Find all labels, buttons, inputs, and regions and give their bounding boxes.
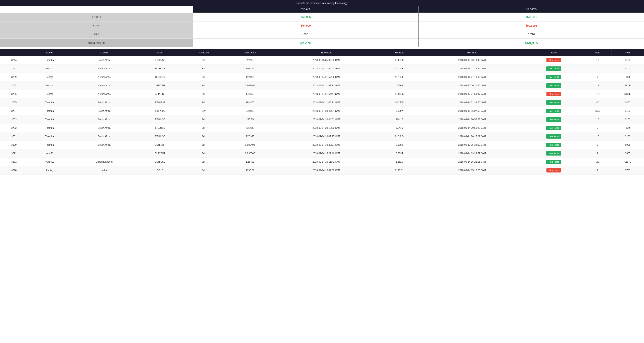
cell-strike-date: 2018-09-14 21:57:32 GMT (275, 82, 378, 90)
cell-id: 3702 (0, 124, 28, 132)
cell-name: Themba (28, 141, 71, 149)
cell-exit-time: 2018-09-15 06:19:43 GMT (421, 56, 524, 64)
cell-strike-rate: 130.256 (225, 64, 275, 73)
cell-strike-date: 2018-09-14 21:00:11 GMT (275, 98, 378, 107)
cell-direction: Sell↓ (183, 124, 225, 132)
cell-exit-rate: 214.15 (378, 115, 421, 124)
cell-asset: EUR/GBP (137, 141, 183, 149)
cell-asset: USD/CHF (137, 82, 183, 90)
cell-id: 3714 (0, 56, 28, 64)
cell-sltp: Take Profit (524, 141, 584, 149)
take-profit-button[interactable]: Take Profit (546, 117, 561, 122)
take-profit-button[interactable]: Take Profit (546, 109, 561, 113)
cell-pips: 16 (584, 115, 612, 124)
cell-exit-time: 2018-09-14 20:56:23 GMT (421, 115, 524, 124)
cell-asset: LTC/USD (137, 124, 183, 132)
table-row: 3708GeorgeNetherlandsUSD/CHFSell↓0.96739… (0, 82, 644, 90)
cell-exit-time: 2018-09-16 21:10:00 GMT (421, 73, 524, 82)
loss-label: LOSS (0, 21, 193, 30)
cell-strike-date: 2018-09-14 19:20:27 GMT (275, 141, 378, 149)
take-profit-button[interactable]: Take Profit (546, 84, 561, 88)
take-profit-button[interactable]: Take Profit (546, 160, 561, 164)
cell-pips: 13 (584, 90, 612, 98)
cell-direction: Sell↓ (183, 115, 225, 124)
col-header-direction: Direction (183, 49, 225, 56)
cell-sltp: Take Profit (524, 82, 584, 90)
table-row: 3709GeorgeNetherlandsUSD/JPYSell↓112.066… (0, 73, 644, 82)
cell-id: 3699 (0, 141, 28, 149)
cell-strike-rate: 0.889405 (225, 141, 275, 149)
cell-profit: $905 (612, 149, 644, 158)
cell-strike-date: 2018-09-14 15:21:46 GMT (275, 149, 378, 158)
col-header-country: Country (71, 49, 137, 56)
cell-name: Themba (28, 98, 71, 107)
cell-country: South Africa (71, 98, 137, 107)
cell-country: South Africa (71, 124, 137, 132)
cell-profit: $100 (612, 64, 644, 73)
cell-strike-rate: 215.75 (225, 115, 275, 124)
take-profit-button[interactable]: Take Profit (546, 134, 561, 138)
cell-direction: Sell↓ (183, 158, 225, 166)
cell-asset: GBP/USD (137, 90, 183, 98)
cell-asset: ETH/LTC (137, 107, 183, 115)
cell-sltp: Take Profit (524, 73, 584, 82)
take-profit-button[interactable]: Take Profit (546, 143, 561, 147)
cell-id: 3701 (0, 132, 28, 141)
cell-pips: 9 (584, 141, 612, 149)
cell-name: Themba (28, 56, 71, 64)
cell-sltp: Take Profit (524, 115, 584, 124)
cell-id: 3711 (0, 64, 28, 73)
col-header-name: Name (28, 49, 71, 56)
period-header-7days: 7 DAYS (193, 6, 418, 12)
cell-profit: $400 (612, 98, 644, 107)
cell-id: 3706 (0, 90, 28, 98)
stop-loss-button[interactable]: Stop Loss (546, 58, 561, 62)
trades-table: ID Name Country Asset Direction Strike R… (0, 49, 644, 175)
cell-exit-rate: 0.8885 (378, 141, 421, 149)
cell-strike-date: 2018-09-14 20:44:01 GMT (275, 115, 378, 124)
cell-strike-date: 2018-09-14 20:47:51 GMT (275, 107, 378, 115)
col-header-id: ID (0, 49, 28, 56)
cell-country (71, 149, 137, 158)
cell-exit-rate: 1.30823 (378, 90, 421, 98)
cell-exit-rate: 1.1629 (378, 158, 421, 166)
cell-country: Netherlands (71, 82, 137, 90)
table-row: 3714ThembaSouth AfricaETH/USDSell↓212.95… (0, 56, 644, 64)
take-profit-button[interactable]: Take Profit (546, 126, 561, 130)
cell-id: 3690 (0, 166, 28, 175)
take-profit-button[interactable]: Take Profit (546, 66, 561, 71)
cell-strike-rate: 0.890305 (225, 149, 275, 158)
stop-loss-button[interactable]: Stop Loss (546, 92, 561, 96)
cell-sltp: Take Profit (524, 132, 584, 141)
cell-direction: Sell↓ (183, 149, 225, 158)
cell-sltp: Take Profit (524, 107, 584, 115)
take-profit-button[interactable]: Take Profit (546, 151, 561, 156)
cell-direction: Sell↓ (183, 64, 225, 73)
cell-exit-rate: 57.415 (378, 124, 421, 132)
cell-strike-rate: 112.066 (225, 73, 275, 82)
cell-direction: Buy↑ (183, 107, 225, 115)
stop-loss-button[interactable]: Stop Loss (546, 168, 561, 172)
cell-asset: USD/JPY (137, 73, 183, 82)
cell-id: 3692 (0, 149, 28, 158)
cell-asset: EUR/USD (137, 158, 183, 166)
cell-sltp: Stop Loss (524, 56, 584, 64)
cell-direction: Sell↓ (183, 82, 225, 90)
period-header-row: 7 DAYS 30 DAYS (0, 6, 644, 12)
cell-id: 3703 (0, 115, 28, 124)
table-row: 3690PankajIndiaGOLDSell↓1195.612018-09-1… (0, 166, 644, 175)
take-profit-button[interactable]: Take Profit (546, 100, 561, 105)
cell-direction: Sell↓ (183, 90, 225, 98)
period-label-empty (0, 6, 193, 12)
cell-direction: Sell↓ (183, 98, 225, 107)
cell-exit-rate: 180.805 (378, 98, 421, 107)
cell-exit-time: 2018-09-14 15:22:16 GMT (421, 158, 524, 166)
col-header-strike-date: Strike Date (275, 49, 378, 56)
cell-id: 3709 (0, 73, 28, 82)
cell-pips: 3 (584, 124, 612, 132)
cell-asset: ETH/USD (137, 115, 183, 124)
take-profit-button[interactable]: Take Profit (546, 75, 561, 79)
summary-total-row: TOTAL PROFIT $5,370 $68,915 (0, 39, 644, 47)
cell-pips: 40 (584, 98, 612, 107)
col-header-exit-time: Exit Time (421, 49, 524, 56)
